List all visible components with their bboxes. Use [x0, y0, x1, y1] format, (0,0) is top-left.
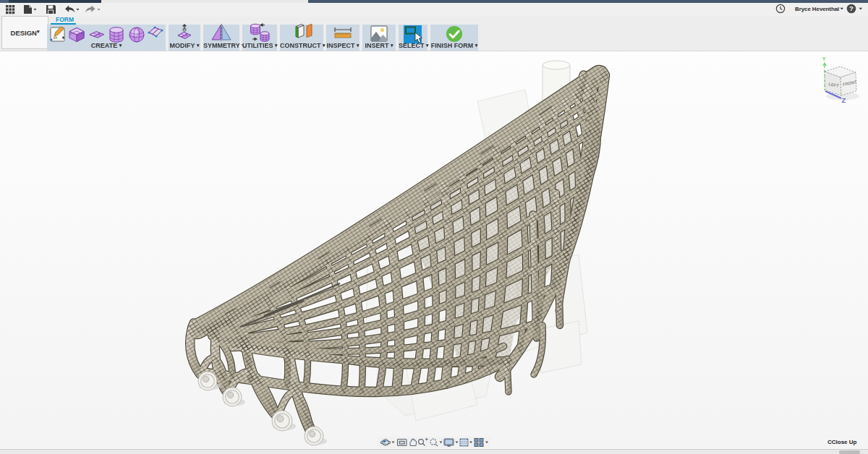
svg-text:?: ? [849, 4, 854, 12]
svg-text:Z: Z [842, 96, 846, 104]
svg-text:Y: Y [822, 56, 827, 62]
